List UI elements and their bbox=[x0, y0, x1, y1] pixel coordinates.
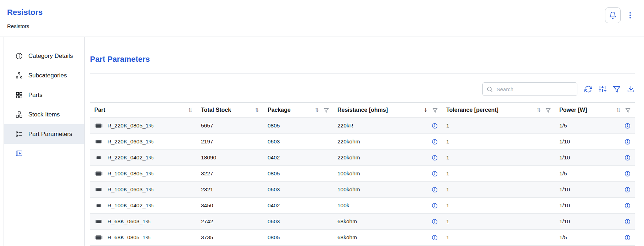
sort-icon[interactable]: ⇅ bbox=[255, 108, 259, 113]
power-cell: 1/10 bbox=[555, 198, 635, 214]
column-label: Power [W] bbox=[559, 107, 587, 113]
resistance-cell: 220kohm bbox=[333, 134, 442, 150]
tolerance-cell: 1 bbox=[442, 182, 555, 198]
column-label: Tolerance [percent] bbox=[446, 107, 498, 113]
refresh-icon[interactable] bbox=[584, 85, 592, 93]
info-icon[interactable] bbox=[625, 139, 631, 145]
filter-icon[interactable] bbox=[613, 85, 621, 93]
info-icon[interactable] bbox=[625, 235, 631, 241]
package-cell: 0402 bbox=[263, 150, 333, 166]
column-filter-icon[interactable] bbox=[545, 108, 551, 113]
sliders-icon[interactable] bbox=[599, 85, 606, 93]
tolerance-cell: 1 bbox=[442, 150, 555, 166]
resistance-cell: 100k bbox=[333, 198, 442, 214]
column-header[interactable]: Total Stock ⇅ bbox=[197, 103, 263, 118]
total-stock-cell: 2197 bbox=[197, 134, 263, 150]
search-box[interactable] bbox=[482, 82, 577, 96]
part-name: R_220K_0402_1% bbox=[107, 154, 153, 161]
list-icon bbox=[15, 130, 23, 138]
info-icon[interactable] bbox=[432, 219, 438, 225]
package-cell: 0603 bbox=[263, 214, 333, 230]
sort-icon[interactable]: ↓ bbox=[423, 108, 428, 113]
table-row[interactable]: R_220K_0603_1% 2197 0603 220kohm 1 1/10 bbox=[90, 134, 635, 150]
page-title: Resistors bbox=[7, 8, 43, 17]
table-row[interactable]: R_100K_0603_1% 2321 0603 100kohm 1 1/10 bbox=[90, 182, 635, 198]
table-row[interactable]: R_220K_0402_1% 18090 0402 220kohm 1 1/10 bbox=[90, 150, 635, 166]
info-icon[interactable] bbox=[432, 187, 438, 193]
tolerance-cell: 1 bbox=[442, 166, 555, 182]
notifications-button[interactable] bbox=[605, 7, 621, 23]
info-icon[interactable] bbox=[432, 203, 438, 209]
info-icon[interactable] bbox=[625, 203, 631, 209]
table-row[interactable]: R_100K_0805_1% 3227 0805 100kohm 1 1/5 bbox=[90, 166, 635, 182]
page-body: Category Details Subcategories Parts bbox=[4, 37, 644, 246]
part-name: R_68K_0603_1% bbox=[107, 218, 151, 225]
sort-icon[interactable]: ⇅ bbox=[537, 108, 541, 113]
sort-icon[interactable]: ⇅ bbox=[188, 108, 192, 113]
part-name: R_100K_0402_1% bbox=[107, 202, 153, 209]
sidebar-item-label: Parts bbox=[28, 92, 43, 99]
column-header[interactable]: Package ⇅ bbox=[263, 103, 333, 118]
package-cell: 0603 bbox=[263, 134, 333, 150]
part-name: R_220K_0603_1% bbox=[107, 138, 153, 145]
resistor-chip-icon bbox=[94, 188, 103, 191]
column-header[interactable]: Tolerance [percent] ⇅ bbox=[442, 103, 555, 118]
sidebar-item-subcategories[interactable]: Subcategories bbox=[4, 66, 84, 85]
part-cell: R_100K_0805_1% bbox=[90, 166, 197, 182]
collapse-panel-icon[interactable] bbox=[15, 149, 23, 157]
info-icon[interactable] bbox=[432, 171, 438, 177]
power-cell: 1/10 bbox=[555, 134, 635, 150]
table-row[interactable]: R_68K_0603_1% 2742 0603 68kohm 1 1/10 bbox=[90, 214, 635, 230]
grid-icon bbox=[15, 91, 23, 99]
tolerance-cell: 1 bbox=[442, 118, 555, 134]
column-header[interactable]: Power [W] ⇅ bbox=[555, 103, 635, 118]
tolerance-cell: 1 bbox=[442, 230, 555, 246]
column-filter-icon[interactable] bbox=[625, 108, 631, 113]
info-icon[interactable] bbox=[432, 235, 438, 241]
section-divider bbox=[90, 73, 635, 74]
power-cell: 1/10 bbox=[555, 214, 635, 230]
table-row[interactable]: R_100K_0402_1% 3450 0402 100k 1 1/10 bbox=[90, 198, 635, 214]
sidebar: Category Details Subcategories Parts bbox=[4, 37, 85, 246]
section-title: Part Parameters bbox=[90, 55, 635, 64]
resistance-cell: 220kohm bbox=[333, 150, 442, 166]
info-icon[interactable] bbox=[432, 155, 438, 161]
column-label: Package bbox=[268, 107, 291, 113]
info-icon[interactable] bbox=[625, 123, 631, 129]
resistor-chip-icon bbox=[94, 235, 103, 240]
power-value: 1/10 bbox=[559, 154, 570, 161]
info-icon[interactable] bbox=[625, 171, 631, 177]
table-row[interactable]: R_220K_0805_1% 5657 0805 220kR 1 1/5 bbox=[90, 118, 635, 134]
info-icon[interactable] bbox=[625, 155, 631, 161]
resistor-chip-icon bbox=[94, 171, 103, 176]
column-header[interactable]: Part ⇅ bbox=[90, 103, 197, 118]
sort-icon[interactable]: ⇅ bbox=[616, 108, 621, 113]
sidebar-item-stock-items[interactable]: Stock Items bbox=[4, 105, 84, 124]
part-cell: R_68K_0805_1% bbox=[90, 230, 197, 246]
column-header[interactable]: Resistance [ohms] ↓ bbox=[333, 103, 442, 118]
resistance-value: 68kohm bbox=[337, 218, 357, 225]
kebab-menu-icon[interactable] bbox=[626, 10, 635, 21]
package-cell: 0805 bbox=[263, 166, 333, 182]
total-stock-cell: 5657 bbox=[197, 118, 263, 134]
sort-icon[interactable]: ⇅ bbox=[315, 108, 319, 113]
header-actions bbox=[605, 6, 635, 23]
table-body: R_220K_0805_1% 5657 0805 220kR 1 1/5 bbox=[90, 118, 635, 246]
column-filter-icon[interactable] bbox=[324, 108, 329, 113]
info-icon[interactable] bbox=[432, 123, 438, 129]
part-parameters-table: Part ⇅ Total Stock ⇅ Package ⇅ bbox=[90, 102, 635, 246]
part-cell: R_220K_0805_1% bbox=[90, 118, 197, 134]
sidebar-item-part-parameters[interactable]: Part Parameters bbox=[4, 124, 84, 144]
download-icon[interactable] bbox=[627, 85, 635, 93]
total-stock-cell: 2321 bbox=[197, 182, 263, 198]
package-cell: 0603 bbox=[263, 182, 333, 198]
part-name: R_220K_0805_1% bbox=[107, 122, 153, 129]
sidebar-item-parts[interactable]: Parts bbox=[4, 85, 84, 105]
sidebar-item-category-details[interactable]: Category Details bbox=[4, 46, 84, 66]
table-row[interactable]: R_68K_0805_1% 3735 0805 68kohm 1 1/5 bbox=[90, 230, 635, 246]
info-icon[interactable] bbox=[432, 139, 438, 145]
info-icon[interactable] bbox=[625, 219, 631, 225]
search-input[interactable] bbox=[496, 86, 573, 93]
column-filter-icon[interactable] bbox=[432, 108, 438, 113]
info-icon[interactable] bbox=[625, 187, 631, 193]
